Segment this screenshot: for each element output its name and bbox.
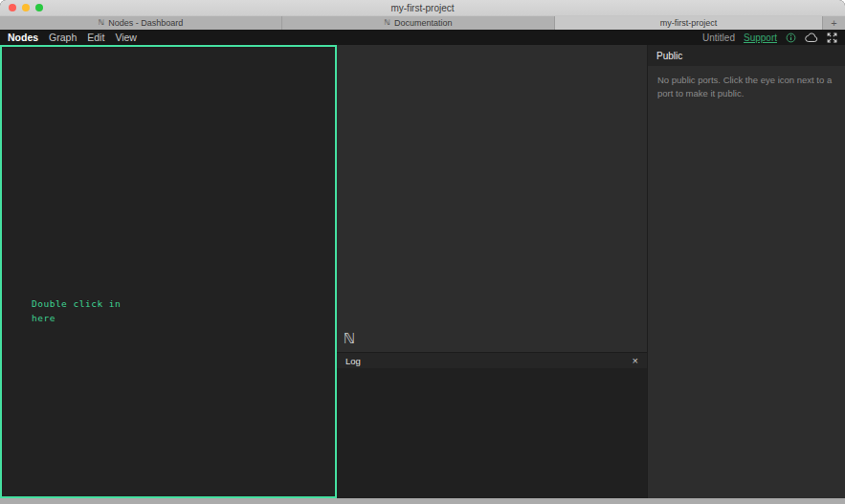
main-content: Double click in here ℕ Log × Public No p… — [0, 45, 845, 498]
log-panel-title: Log — [345, 356, 361, 366]
plus-icon: + — [831, 17, 836, 29]
app-menu-bar: Nodes Graph Edit View Untitled Support — [0, 30, 845, 45]
tab-label: Nodes - Dashboard — [108, 18, 183, 28]
nodes-favicon-icon: ℕ — [385, 19, 390, 27]
canvas-hint-text: Double click in here — [32, 296, 121, 325]
browser-tab-bar: ℕ Nodes - Dashboard ℕ Documentation my-f… — [0, 15, 845, 30]
tab-my-first-project-active[interactable]: my-first-project — [555, 16, 823, 30]
public-panel-title: Public — [656, 51, 682, 61]
traffic-lights — [9, 4, 43, 11]
node-graph-canvas[interactable]: Double click in here — [0, 45, 337, 498]
macos-titlebar: my-first-project — [0, 0, 845, 15]
close-window-button[interactable] — [9, 4, 16, 11]
minimize-window-button[interactable] — [22, 4, 30, 11]
support-link[interactable]: Support — [744, 33, 777, 43]
nodes-logo: ℕ — [344, 330, 355, 347]
menu-nodes[interactable]: Nodes — [8, 32, 38, 43]
new-tab-button[interactable]: + — [823, 16, 845, 30]
fullscreen-icon[interactable] — [827, 33, 837, 43]
middle-column: ℕ Log × — [337, 45, 647, 498]
tab-documentation[interactable]: ℕ Documentation — [282, 16, 555, 30]
menu-graph[interactable]: Graph — [49, 32, 77, 43]
log-close-button[interactable]: × — [633, 356, 638, 366]
menu-items: Nodes Graph Edit View — [8, 32, 137, 43]
render-viewport[interactable]: ℕ — [337, 45, 647, 352]
window-title: my-first-project — [390, 3, 454, 13]
document-name-label: Untitled — [702, 33, 735, 43]
app-window: my-first-project ℕ Nodes - Dashboard ℕ D… — [0, 0, 845, 504]
log-panel-header: Log × — [337, 352, 647, 368]
cloud-icon[interactable] — [805, 33, 818, 43]
zoom-window-button[interactable] — [35, 4, 43, 11]
public-empty-message: No public ports. Click the eye icon next… — [648, 66, 845, 108]
log-panel-body — [337, 368, 647, 498]
tab-label: my-first-project — [660, 18, 718, 28]
public-ports-panel: Public No public ports. Click the eye ic… — [647, 45, 845, 498]
public-panel-header: Public — [648, 45, 845, 66]
close-icon: × — [633, 355, 638, 366]
bottom-strip — [0, 498, 845, 504]
menu-view[interactable]: View — [115, 32, 137, 43]
menu-edit[interactable]: Edit — [87, 32, 104, 43]
nodes-favicon-icon: ℕ — [99, 19, 104, 27]
tab-label: Documentation — [394, 18, 453, 28]
info-icon[interactable] — [786, 33, 796, 43]
tab-nodes-dashboard[interactable]: ℕ Nodes - Dashboard — [0, 16, 282, 30]
menu-bar-right: Untitled Support — [702, 33, 837, 43]
